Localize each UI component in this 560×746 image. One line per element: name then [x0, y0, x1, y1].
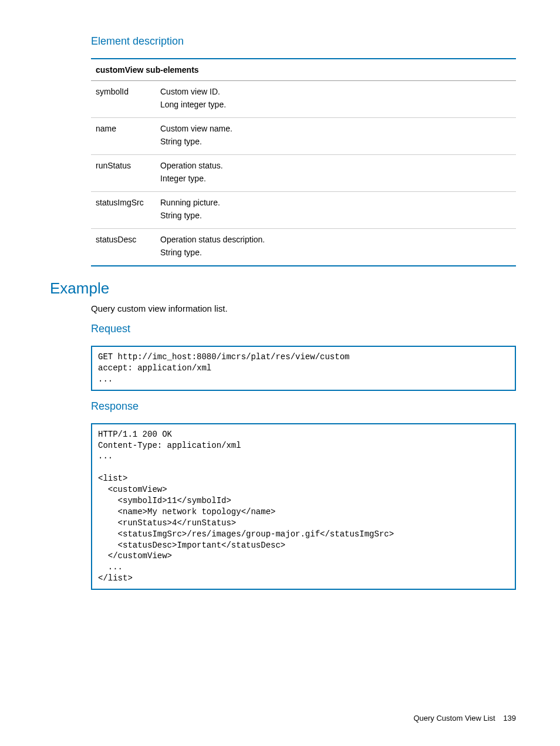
- heading-element-description: Element description: [91, 35, 516, 48]
- desc-line1: Operation status.: [160, 161, 511, 170]
- row-name: name: [91, 118, 156, 155]
- desc-line2: String type.: [160, 211, 511, 220]
- row-name: symbolId: [91, 81, 156, 118]
- table-header: customView sub-elements: [91, 59, 516, 81]
- desc-line2: String type.: [160, 248, 511, 257]
- row-desc: Custom view name. String type.: [156, 118, 516, 155]
- page-footer: Query Custom View List 139: [413, 714, 516, 723]
- desc-line1: Running picture.: [160, 198, 511, 207]
- desc-line2: String type.: [160, 137, 511, 146]
- subelements-table: customView sub-elements symbolId Custom …: [91, 58, 516, 266]
- example-intro: Query custom view information list.: [91, 303, 516, 313]
- row-desc: Operation status description. String typ…: [156, 229, 516, 266]
- table-row: symbolId Custom view ID. Long integer ty…: [91, 81, 516, 118]
- row-name: statusDesc: [91, 229, 156, 266]
- table-row: name Custom view name. String type.: [91, 118, 516, 155]
- footer-title: Query Custom View List: [413, 714, 495, 723]
- desc-line1: Operation status description.: [160, 235, 511, 244]
- response-code-block: HTTP/1.1 200 OK Content-Type: applicatio…: [91, 423, 516, 590]
- desc-line1: Custom view name.: [160, 124, 511, 133]
- row-desc: Operation status. Integer type.: [156, 155, 516, 192]
- table-row: statusDesc Operation status description.…: [91, 229, 516, 266]
- row-name: statusImgSrc: [91, 192, 156, 229]
- desc-line2: Long integer type.: [160, 100, 511, 109]
- desc-line1: Custom view ID.: [160, 87, 511, 96]
- heading-example: Example: [50, 279, 516, 298]
- footer-page-number: 139: [503, 714, 516, 723]
- table-row: runStatus Operation status. Integer type…: [91, 155, 516, 192]
- table-row: statusImgSrc Running picture. String typ…: [91, 192, 516, 229]
- desc-line2: Integer type.: [160, 174, 511, 183]
- row-desc: Custom view ID. Long integer type.: [156, 81, 516, 118]
- heading-response: Response: [91, 400, 516, 413]
- heading-request: Request: [91, 323, 516, 335]
- row-desc: Running picture. String type.: [156, 192, 516, 229]
- request-code-block: GET http://imc_host:8080/imcrs/plat/res/…: [91, 346, 516, 391]
- row-name: runStatus: [91, 155, 156, 192]
